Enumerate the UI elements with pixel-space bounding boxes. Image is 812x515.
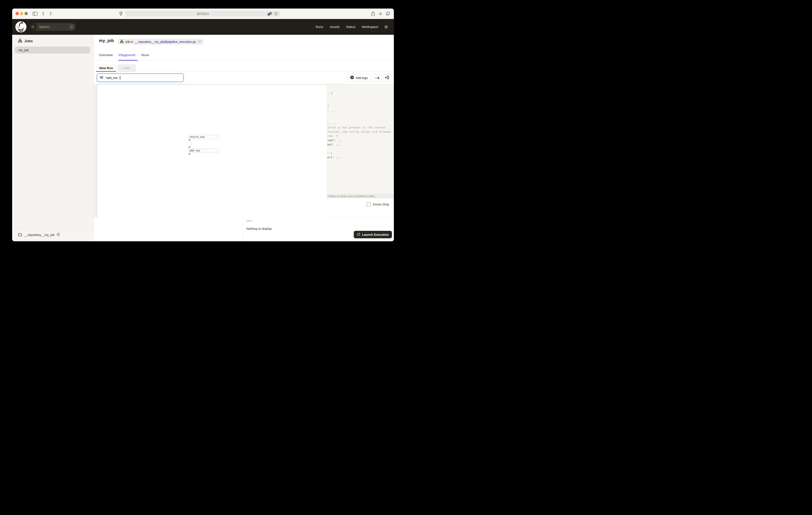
- share-icon[interactable]: [371, 11, 375, 17]
- errors-only-label: Errors Only: [373, 202, 389, 206]
- browser-window: 127.0.0.1 A☆: [12, 8, 394, 241]
- forward-button[interactable]: [50, 11, 52, 17]
- search-input[interactable]: Search... /: [29, 23, 76, 31]
- jobs-header-label: Jobs: [24, 39, 33, 43]
- search-shortcut-badge: /: [69, 24, 74, 29]
- code-line: ree?: ...: [327, 138, 342, 142]
- edge-line: [191, 141, 191, 147]
- code-line: : {: [327, 151, 332, 155]
- panel-toggle-button[interactable]: [383, 74, 391, 82]
- back-button[interactable]: [42, 11, 45, 17]
- nav-link-workspace[interactable]: Workspace: [362, 25, 378, 29]
- code-line: : ...: [327, 108, 336, 113]
- editor-helper-bar: +Space to show auto-completions inline.: [327, 194, 394, 198]
- translate-icon[interactable]: A☆: [267, 12, 272, 17]
- launch-execution-label: Launch Execution: [362, 233, 389, 236]
- tab-overview-icon[interactable]: [386, 11, 390, 17]
- editor-footer-strip: Errors Only: [327, 198, 394, 217]
- job-graph-icon: [18, 38, 22, 44]
- ops-divider: [243, 217, 243, 241]
- play-panel-icon: [385, 76, 389, 80]
- graph-canvas[interactable]: return_one add_two: [97, 85, 327, 217]
- job-origin-badge: Job in __repository__my_job@pipeline_exe…: [117, 38, 204, 45]
- sidebar-item-my-job[interactable]: my_job: [15, 47, 90, 54]
- output-port-dot[interactable]: [189, 153, 190, 155]
- errors-only-checkbox[interactable]: [366, 202, 371, 207]
- config-editor[interactable]: : { ... { : ... : ... solid is not prese…: [327, 84, 394, 199]
- code-line: red. */: [327, 134, 339, 138]
- ops-header: OPS: [246, 219, 253, 222]
- autocomplete-dots: ••: [375, 77, 377, 79]
- badge-reload-icon[interactable]: [198, 40, 201, 44]
- external-link-icon: [357, 233, 360, 237]
- ops-empty-message: Nothing to display.: [246, 227, 272, 231]
- nav-links: Runs Assets Status Workspace ⚙: [316, 19, 388, 35]
- op-selector-input[interactable]: *add_two: [96, 73, 184, 82]
- page-reload-icon[interactable]: [274, 12, 278, 17]
- autocomplete-a: A: [377, 76, 380, 80]
- badge-repo-link[interactable]: __repository__my_job@pipeline_execution.…: [135, 40, 196, 44]
- run-tabs-divider: [94, 72, 394, 72]
- code-line: : {: [327, 91, 332, 96]
- repo-footer[interactable]: __repository__my_job: [12, 228, 93, 241]
- output-port-dot[interactable]: [189, 139, 190, 141]
- browser-titlebar: 127.0.0.1 A☆: [12, 8, 394, 19]
- privacy-shield-icon[interactable]: [119, 11, 122, 17]
- traffic-light-minimize[interactable]: [20, 12, 23, 15]
- nav-link-status[interactable]: Status: [346, 25, 355, 29]
- sidebar: Jobs my_job __repository__my_job: [12, 35, 94, 241]
- tab-playground[interactable]: Playground: [119, 53, 135, 57]
- job-graph-icon: [120, 40, 123, 44]
- code-line: lection, the config values are allowed: [327, 130, 390, 134]
- code-line: solid is not present in the current: [327, 126, 386, 130]
- op-selector-icon: [99, 75, 104, 80]
- app-nav: Search... / Runs Assets Status Workspace…: [12, 19, 394, 35]
- settings-gear-icon[interactable]: ⚙: [384, 24, 388, 29]
- badge-prefix: Job in: [125, 40, 133, 44]
- nav-link-runs[interactable]: Runs: [316, 25, 323, 29]
- search-placeholder: Search...: [39, 23, 52, 31]
- sidebar-toggle-icon[interactable]: [33, 12, 37, 17]
- code-line: er?: ...: [327, 155, 341, 160]
- folder-icon: [18, 233, 22, 237]
- dagster-logo[interactable]: [15, 21, 27, 33]
- run-tab-add[interactable]: + Add...: [117, 64, 136, 72]
- code-line: : ...: [327, 121, 336, 126]
- tab-overview[interactable]: Overview: [99, 53, 113, 57]
- nav-link-assets[interactable]: Assets: [330, 25, 340, 29]
- new-tab-button[interactable]: [378, 12, 382, 17]
- main-content: my_job Job in __repository__my_job@pipel…: [94, 35, 394, 241]
- repo-name: __repository__my_job: [24, 233, 55, 237]
- tab-runs[interactable]: Runs: [141, 53, 149, 57]
- search-icon: [29, 23, 37, 31]
- autocomplete-button[interactable]: ••A: [373, 74, 381, 82]
- run-tab-new-run[interactable]: New Run: [96, 64, 116, 72]
- add-tags-label: Add tags: [356, 76, 368, 80]
- traffic-light-close[interactable]: [16, 12, 19, 15]
- jobs-header: Jobs: [18, 38, 33, 44]
- page-title: my_job: [99, 38, 114, 43]
- code-line: ne?: ...: [327, 142, 341, 147]
- traffic-light-zoom[interactable]: [25, 12, 28, 15]
- op-selector-value: *add_two: [105, 76, 118, 80]
- graph-node-return-one[interactable]: return_one: [188, 135, 219, 139]
- url-bar[interactable]: 127.0.0.1 A☆: [125, 11, 281, 17]
- text-caret: [120, 76, 120, 80]
- graph-node-add-two[interactable]: add_two: [188, 148, 219, 153]
- plus-circle-icon: [350, 76, 354, 80]
- svg-text:☆: ☆: [268, 13, 270, 16]
- launch-execution-button[interactable]: Launch Execution: [354, 231, 392, 238]
- bottom-panel: OPS Nothing to display. Launch Execution: [94, 217, 394, 241]
- svg-text:A: A: [270, 12, 271, 15]
- repo-refresh-icon[interactable]: [57, 233, 60, 237]
- code-line: {: [327, 104, 329, 108]
- url-text: 127.0.0.1: [125, 11, 281, 17]
- input-port-dot[interactable]: [189, 146, 190, 148]
- code-line: ...: [327, 96, 332, 100]
- canvas-background: return_one add_two: [94, 84, 327, 217]
- add-tags-button[interactable]: Add tags: [347, 74, 371, 82]
